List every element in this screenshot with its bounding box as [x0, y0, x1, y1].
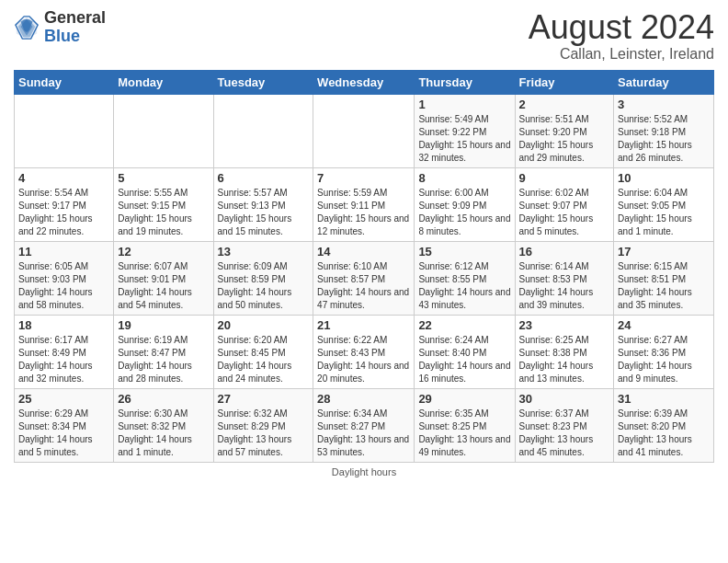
calendar-cell — [114, 94, 213, 167]
day-number: 12 — [118, 245, 209, 259]
day-info: Sunrise: 6:25 AMSunset: 8:38 PMDaylight:… — [519, 335, 594, 384]
day-info: Sunrise: 6:05 AMSunset: 9:03 PMDaylight:… — [18, 261, 93, 310]
day-number: 16 — [519, 245, 610, 259]
day-info: Sunrise: 6:12 AMSunset: 8:55 PMDaylight:… — [418, 261, 510, 310]
day-info: Sunrise: 6:00 AMSunset: 9:09 PMDaylight:… — [418, 188, 510, 236]
day-info: Sunrise: 6:04 AMSunset: 9:05 PMDaylight:… — [618, 188, 692, 236]
calendar-table: SundayMondayTuesdayWednesdayThursdayFrid… — [14, 70, 714, 463]
calendar-cell: 22 Sunrise: 6:24 AMSunset: 8:40 PMDaylig… — [415, 315, 515, 388]
month-title: August 2024 — [529, 9, 714, 46]
day-header: Friday — [515, 70, 614, 94]
calendar-cell: 7 Sunrise: 5:59 AMSunset: 9:11 PMDayligh… — [313, 167, 415, 241]
day-number: 30 — [519, 392, 610, 406]
day-info: Sunrise: 6:24 AMSunset: 8:40 PMDaylight:… — [418, 335, 510, 384]
day-header: Monday — [114, 70, 213, 94]
calendar-cell: 14 Sunrise: 6:10 AMSunset: 8:57 PMDaylig… — [313, 241, 415, 315]
day-number: 17 — [618, 245, 710, 259]
day-header: Tuesday — [213, 70, 313, 94]
day-info: Sunrise: 6:07 AMSunset: 9:01 PMDaylight:… — [118, 261, 192, 310]
calendar-cell: 26 Sunrise: 6:30 AMSunset: 8:32 PMDaylig… — [114, 388, 213, 462]
calendar-cell: 10 Sunrise: 6:04 AMSunset: 9:05 PMDaylig… — [614, 167, 714, 241]
logo: General Blue — [14, 9, 106, 46]
day-number: 8 — [418, 171, 510, 185]
day-info: Sunrise: 6:09 AMSunset: 8:59 PMDaylight:… — [218, 261, 292, 310]
day-number: 10 — [618, 171, 710, 185]
calendar-week-row: 1 Sunrise: 5:49 AMSunset: 9:22 PMDayligh… — [15, 94, 714, 167]
day-info: Sunrise: 5:55 AMSunset: 9:15 PMDaylight:… — [118, 188, 192, 236]
day-info: Sunrise: 6:27 AMSunset: 8:36 PMDaylight:… — [618, 335, 692, 384]
day-number: 1 — [418, 98, 510, 111]
day-number: 24 — [618, 318, 710, 332]
day-number: 31 — [618, 392, 710, 406]
calendar-week-row: 18 Sunrise: 6:17 AMSunset: 8:49 PMDaylig… — [15, 315, 714, 388]
calendar-cell: 31 Sunrise: 6:39 AMSunset: 8:20 PMDaylig… — [614, 388, 714, 462]
calendar-cell: 27 Sunrise: 6:32 AMSunset: 8:29 PMDaylig… — [213, 388, 313, 462]
day-number: 29 — [418, 392, 510, 406]
day-info: Sunrise: 5:57 AMSunset: 9:13 PMDaylight:… — [218, 188, 292, 236]
calendar-cell: 18 Sunrise: 6:17 AMSunset: 8:49 PMDaylig… — [15, 315, 114, 388]
calendar-cell — [15, 94, 114, 167]
day-header: Saturday — [614, 70, 714, 94]
calendar-cell: 25 Sunrise: 6:29 AMSunset: 8:34 PMDaylig… — [15, 388, 114, 462]
calendar-cell: 16 Sunrise: 6:14 AMSunset: 8:53 PMDaylig… — [515, 241, 614, 315]
page-container: General Blue August 2024 Callan, Leinste… — [0, 0, 728, 482]
day-info: Sunrise: 6:19 AMSunset: 8:47 PMDaylight:… — [118, 335, 192, 384]
day-info: Sunrise: 6:14 AMSunset: 8:53 PMDaylight:… — [519, 261, 594, 310]
calendar-cell: 29 Sunrise: 6:35 AMSunset: 8:25 PMDaylig… — [415, 388, 515, 462]
calendar-cell: 21 Sunrise: 6:22 AMSunset: 8:43 PMDaylig… — [313, 315, 415, 388]
header-row: SundayMondayTuesdayWednesdayThursdayFrid… — [15, 70, 714, 94]
day-info: Sunrise: 5:54 AMSunset: 9:17 PMDaylight:… — [18, 188, 93, 236]
calendar-cell: 3 Sunrise: 5:52 AMSunset: 9:18 PMDayligh… — [614, 94, 714, 167]
day-number: 25 — [18, 392, 109, 406]
calendar-cell: 28 Sunrise: 6:34 AMSunset: 8:27 PMDaylig… — [313, 388, 415, 462]
day-number: 19 — [118, 318, 209, 332]
logo-text: General Blue — [44, 9, 106, 46]
day-info: Sunrise: 6:20 AMSunset: 8:45 PMDaylight:… — [218, 335, 292, 384]
day-number: 7 — [317, 171, 410, 185]
day-info: Sunrise: 6:37 AMSunset: 8:23 PMDaylight:… — [519, 408, 594, 457]
location: Callan, Leinster, Ireland — [529, 46, 714, 63]
day-number: 28 — [317, 392, 410, 406]
day-number: 4 — [18, 171, 109, 185]
calendar-cell: 20 Sunrise: 6:20 AMSunset: 8:45 PMDaylig… — [213, 315, 313, 388]
day-number: 14 — [317, 245, 410, 259]
logo-general: General — [44, 9, 106, 28]
calendar-cell: 12 Sunrise: 6:07 AMSunset: 9:01 PMDaylig… — [114, 241, 213, 315]
calendar-week-row: 25 Sunrise: 6:29 AMSunset: 8:34 PMDaylig… — [15, 388, 714, 462]
calendar-cell: 11 Sunrise: 6:05 AMSunset: 9:03 PMDaylig… — [15, 241, 114, 315]
logo-icon — [14, 15, 40, 40]
logo-blue: Blue — [44, 28, 106, 46]
day-info: Sunrise: 6:10 AMSunset: 8:57 PMDaylight:… — [317, 261, 409, 310]
day-number: 3 — [618, 98, 710, 111]
day-info: Sunrise: 5:59 AMSunset: 9:11 PMDaylight:… — [317, 188, 409, 236]
day-info: Sunrise: 6:30 AMSunset: 8:32 PMDaylight:… — [118, 408, 192, 457]
day-number: 11 — [18, 245, 109, 259]
day-info: Sunrise: 6:02 AMSunset: 9:07 PMDaylight:… — [519, 188, 594, 236]
day-number: 6 — [218, 171, 310, 185]
day-number: 20 — [218, 318, 310, 332]
day-number: 23 — [519, 318, 610, 332]
calendar-week-row: 4 Sunrise: 5:54 AMSunset: 9:17 PMDayligh… — [15, 167, 714, 241]
calendar-cell: 15 Sunrise: 6:12 AMSunset: 8:55 PMDaylig… — [415, 241, 515, 315]
calendar-cell: 24 Sunrise: 6:27 AMSunset: 8:36 PMDaylig… — [614, 315, 714, 388]
day-number: 5 — [118, 171, 209, 185]
footer-note: Daylight hours — [14, 466, 714, 477]
calendar-cell: 30 Sunrise: 6:37 AMSunset: 8:23 PMDaylig… — [515, 388, 614, 462]
day-info: Sunrise: 6:17 AMSunset: 8:49 PMDaylight:… — [18, 335, 93, 384]
calendar-cell: 13 Sunrise: 6:09 AMSunset: 8:59 PMDaylig… — [213, 241, 313, 315]
day-number: 22 — [418, 318, 510, 332]
day-info: Sunrise: 5:49 AMSunset: 9:22 PMDaylight:… — [418, 114, 510, 163]
day-info: Sunrise: 6:15 AMSunset: 8:51 PMDaylight:… — [618, 261, 692, 310]
day-number: 18 — [18, 318, 109, 332]
day-info: Sunrise: 6:22 AMSunset: 8:43 PMDaylight:… — [317, 335, 409, 384]
page-header: General Blue August 2024 Callan, Leinste… — [14, 9, 714, 63]
calendar-cell: 23 Sunrise: 6:25 AMSunset: 8:38 PMDaylig… — [515, 315, 614, 388]
calendar-cell: 1 Sunrise: 5:49 AMSunset: 9:22 PMDayligh… — [415, 94, 515, 167]
calendar-cell: 17 Sunrise: 6:15 AMSunset: 8:51 PMDaylig… — [614, 241, 714, 315]
day-number: 27 — [218, 392, 310, 406]
day-info: Sunrise: 6:39 AMSunset: 8:20 PMDaylight:… — [618, 408, 692, 457]
calendar-cell — [213, 94, 313, 167]
day-info: Sunrise: 6:34 AMSunset: 8:27 PMDaylight:… — [317, 408, 409, 457]
day-number: 21 — [317, 318, 410, 332]
day-header: Wednesday — [313, 70, 415, 94]
